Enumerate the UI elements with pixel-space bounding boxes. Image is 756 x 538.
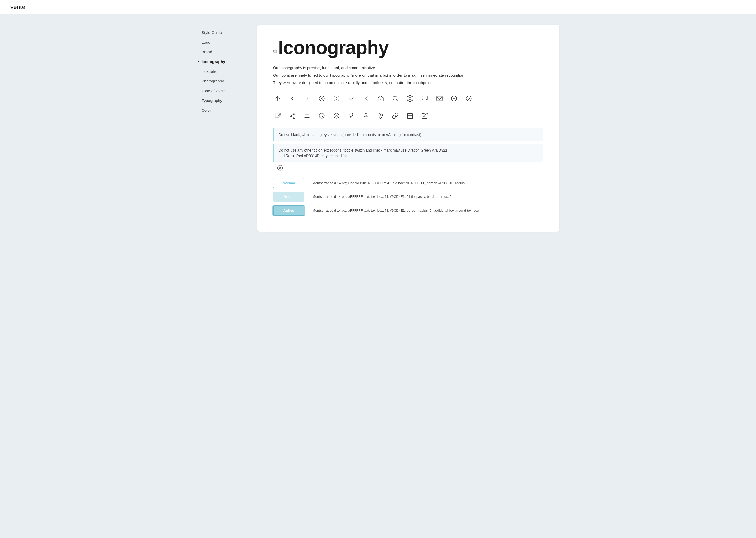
circle-right-icon — [332, 94, 341, 103]
hover-button-desc: Montserrat bold 14 pts; #FFFFFF text; te… — [312, 194, 543, 199]
sidebar-item-illustration[interactable]: Illustration — [197, 67, 249, 76]
location-icon — [376, 111, 385, 121]
svg-point-10 — [290, 115, 292, 117]
description-1: Our iconography is precise, functional, … — [273, 65, 543, 71]
active-button-desc: Montserrat bold 14 pts; #FFFFFF text; te… — [312, 208, 543, 213]
circle-x-icon — [332, 111, 341, 121]
clock-icon — [317, 111, 327, 121]
pin-icon — [347, 111, 356, 121]
user-icon — [361, 111, 371, 121]
share-icon — [288, 111, 297, 121]
content-area: 03 Iconography Our iconography is precis… — [257, 25, 559, 232]
hover-button[interactable]: Hover — [273, 192, 305, 202]
mail-icon — [435, 94, 444, 103]
donot-text: Do not use any other color (exceptions: … — [273, 144, 543, 162]
chat-icon — [420, 94, 429, 103]
sidebar-item-logo[interactable]: Logo — [197, 37, 249, 47]
svg-rect-5 — [437, 96, 442, 101]
top-bar: vente — [0, 0, 756, 15]
sidebar-item-photography[interactable]: Photography — [197, 76, 249, 86]
page-number: 03 — [273, 49, 277, 53]
button-row-active: Active Montserrat bold 14 pts; #FFFFFF t… — [273, 205, 543, 216]
error-circle-icon — [277, 164, 543, 173]
normal-button[interactable]: Normal — [273, 178, 305, 188]
sidebar-item-style-guide[interactable]: Style Guide — [197, 27, 249, 37]
icons-row-2 — [273, 111, 543, 121]
page-header: 03 Iconography — [273, 38, 543, 57]
edit-icon — [420, 111, 429, 121]
icons-row-1 — [273, 94, 543, 103]
home-icon — [376, 94, 385, 103]
sidebar-item-color[interactable]: Color — [197, 105, 249, 115]
add-circle-icon — [449, 94, 459, 103]
logo: vente — [11, 4, 25, 10]
sidebar-item-typography[interactable]: Typography — [197, 96, 249, 105]
sidebar: Style Guide Logo Brand Iconography Illus… — [197, 25, 249, 232]
svg-point-11 — [293, 117, 295, 119]
active-button[interactable]: Active — [273, 205, 305, 216]
circle-left-icon — [317, 94, 327, 103]
search-icon — [391, 94, 400, 103]
arrow-up-icon — [273, 94, 282, 103]
close-x-icon — [361, 94, 371, 103]
button-examples: Normal Montserrat bold 14 pts; Candid Bl… — [273, 178, 543, 216]
normal-button-desc: Montserrat bold 14 pts; Candid Blue #69C… — [312, 181, 543, 186]
page-title: Iconography — [278, 38, 389, 57]
svg-point-2 — [393, 96, 397, 100]
do-text: Do use black, white, and grey versions (… — [273, 129, 543, 141]
svg-point-0 — [319, 96, 324, 101]
gear-icon — [405, 94, 415, 103]
main-layout: Style Guide Logo Brand Iconography Illus… — [189, 15, 567, 242]
description-2: Our icons are finely tuned to our typogr… — [273, 73, 543, 79]
svg-point-7 — [466, 96, 471, 101]
button-row-hover: Hover Montserrat bold 14 pts; #FFFFFF te… — [273, 192, 543, 202]
calendar-icon — [405, 111, 415, 121]
sidebar-item-brand[interactable]: Brand — [197, 47, 249, 57]
link-icon — [391, 111, 400, 121]
chevron-left-icon — [288, 94, 297, 103]
description-3: They were were designed to communicate r… — [273, 80, 543, 86]
menu-icon — [303, 111, 312, 121]
svg-point-3 — [409, 97, 411, 99]
svg-point-15 — [380, 114, 381, 116]
sidebar-item-iconography[interactable]: Iconography — [197, 57, 249, 67]
svg-point-14 — [365, 114, 367, 116]
svg-point-1 — [334, 96, 339, 101]
chevron-right-icon — [303, 94, 312, 103]
svg-point-9 — [293, 113, 295, 115]
sidebar-item-tone-of-voice[interactable]: Tone of voice — [197, 86, 249, 96]
check-circle-icon — [464, 94, 474, 103]
check-icon — [347, 94, 356, 103]
button-row-normal: Normal Montserrat bold 14 pts; Candid Bl… — [273, 178, 543, 188]
svg-rect-16 — [407, 114, 413, 119]
external-link-icon — [273, 111, 282, 121]
